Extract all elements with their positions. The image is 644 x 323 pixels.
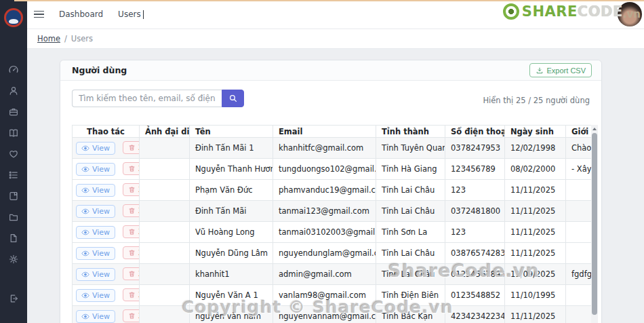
view-button[interactable]: View [76,142,115,155]
trash-icon [128,186,136,193]
nav-item-users[interactable]: Users [118,10,141,19]
actions-cell: View Xóa [73,180,140,201]
view-button[interactable]: View [76,289,115,302]
province-cell: Tỉnh Lai Châu [376,243,445,264]
hamburger-menu-icon[interactable] [34,11,44,18]
download-icon [536,66,544,75]
table-header-row: Thao tácẢnh đại diệnTênEmailTỉnh thànhSố… [73,126,592,138]
app-logo[interactable] [4,8,23,27]
export-csv-label: Export CSV [547,66,586,75]
table-row: View Xóa Vũ Hoàng Long tanmai03102003@gm… [73,222,592,243]
actions-cell: View Xóa [73,285,140,306]
sidebar-item-person[interactable] [5,86,22,96]
sidebar-item-heart[interactable] [5,149,22,159]
email-cell: admin@gmail.com [273,264,376,285]
card-header: Người dùng Export CSV [60,60,601,81]
search-row: Hiển thị 25 / 25 người dùng [72,90,590,107]
actions-cell: View Xóa [73,306,140,323]
sidebar-item-list-check[interactable] [5,170,22,180]
table-body: View Xóa Đinh Tấn Mãi 1 khanhitfc@gmail.… [73,138,592,323]
nav-item-dashboard[interactable]: Dashboard [59,10,103,19]
email-cell: tanmai123@gmail.com [273,201,376,222]
speedometer-icon [8,64,19,75]
email-cell: tungduongso102@gmail.com [273,159,376,180]
eye-icon [81,229,89,235]
view-button[interactable]: View [76,247,115,260]
trash-icon [128,207,136,214]
sidebar-item-file[interactable] [5,233,22,244]
sidebar-item-briefcase[interactable] [5,107,22,117]
table-row: View Xóa Đinh Tấn Mãi 1 khanhitfc@gmail.… [73,138,592,159]
intro-cell [566,306,592,323]
delete-button[interactable]: Xóa [123,225,140,238]
file-icon [8,233,19,244]
delete-button[interactable]: Xóa [123,162,140,175]
view-label: View [92,228,110,237]
avatar-cell [140,201,190,222]
main-area: Dashboard Users Home / Users Người dùng … [27,0,644,323]
intro-cell: - Xây dự [566,159,592,180]
name-cell: Nguyễn Thanh Hương [190,159,273,180]
email-cell: tanmai03102003@gmail.com [273,222,376,243]
eye-icon [81,271,89,278]
view-button[interactable]: View [76,205,115,218]
delete-button[interactable]: Xóa [123,204,140,217]
view-label: View [92,312,110,321]
view-button[interactable]: View [76,184,115,197]
column-header: Tỉnh thành [376,126,445,138]
card-body: Hiển thị 25 / 25 người dùng Thao tácẢnh … [60,81,601,323]
view-button[interactable]: View [76,268,115,281]
person-icon [8,86,19,96]
column-header: Thao tác [73,126,140,138]
name-cell: nguyễn văn nam [190,306,273,323]
delete-button[interactable]: Xóa [123,246,140,259]
actions-cell: View Xóa [73,243,140,264]
watermark-top-border [14,0,644,1]
sidebar-item-folder[interactable] [5,212,22,223]
province-cell: Tỉnh Bắc Kạn [376,306,445,323]
sidebar-item-book-open[interactable] [5,128,22,138]
phone-cell: 123456789 [445,159,505,180]
sidebar-item-speedometer[interactable] [5,64,22,75]
box-arrow-right-icon [8,293,19,304]
list-check-icon [8,170,19,180]
name-cell: Nguyễn Dũng Lâm [190,243,273,264]
page-title: Người dùng [72,65,127,75]
view-label: View [92,186,110,195]
name-cell: Vũ Hoàng Long [190,222,273,243]
scrollbar-thumb[interactable] [592,133,597,315]
vertical-scrollbar[interactable] [591,125,598,323]
delete-button[interactable]: Xóa [123,141,140,154]
eye-icon [81,314,89,320]
scroll-up-arrow-icon[interactable] [592,128,597,130]
delete-button[interactable]: Xóa [123,309,140,322]
sidebar-item-gear[interactable] [5,254,22,265]
eye-icon [81,292,89,299]
search-input[interactable] [72,90,222,107]
dob-cell: 11/09/2025 [505,264,566,285]
province-cell: Tỉnh Tuyên Quang [376,138,445,159]
province-cell: Tỉnh Lai Châu [376,264,445,285]
breadcrumb-home-link[interactable]: Home [37,34,60,43]
name-cell: Đinh Tấn Mãi 1 [190,138,273,159]
view-button[interactable]: View [76,226,115,239]
delete-button[interactable]: Xóa [123,288,140,301]
text-cursor [143,10,144,19]
search-button[interactable] [222,90,244,107]
name-cell: Nguyễn Văn A 1 [190,285,273,306]
trash-icon [128,291,136,299]
view-button[interactable]: View [76,310,115,323]
dob-cell: 11/11/2025 [505,243,566,264]
export-csv-button[interactable]: Export CSV [529,63,592,77]
sidebar-item-logout[interactable] [0,293,27,304]
page-content: Người dùng Export CSV [27,49,644,323]
sidebar-item-journal-bookmark[interactable] [5,191,22,202]
delete-button[interactable]: Xóa [123,267,140,280]
trash-icon [128,249,136,256]
view-button[interactable]: View [76,163,115,176]
delete-button[interactable]: Xóa [123,183,140,196]
user-avatar[interactable] [618,2,642,26]
avatar-cell [140,222,190,243]
trash-icon [128,144,136,151]
eye-icon [81,187,89,193]
